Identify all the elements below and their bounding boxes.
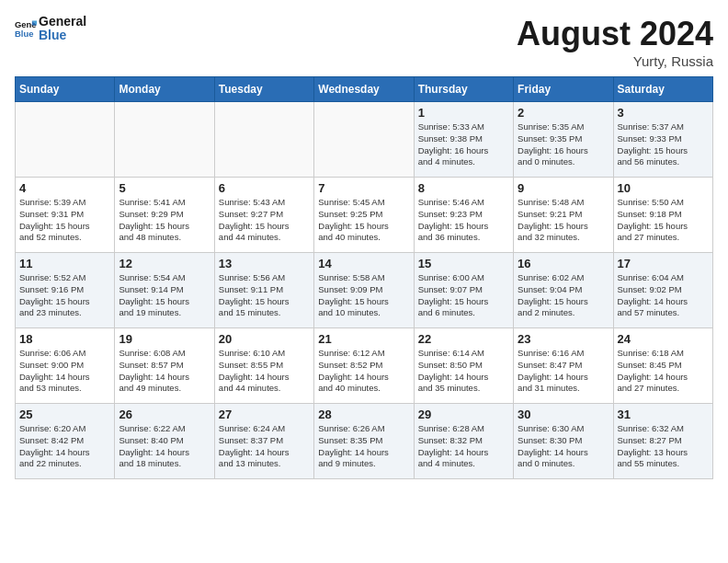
cell-details: Sunrise: 6:10 AMSunset: 8:55 PMDaylight:… (219, 348, 310, 395)
cell-details: Sunrise: 6:26 AMSunset: 8:35 PMDaylight:… (318, 423, 409, 470)
cell-details: Sunrise: 6:08 AMSunset: 8:57 PMDaylight:… (119, 348, 210, 395)
calendar-cell: 14Sunrise: 5:58 AMSunset: 9:09 PMDayligh… (314, 253, 414, 328)
cell-details: Sunrise: 5:43 AMSunset: 9:27 PMDaylight:… (219, 197, 310, 244)
day-number: 19 (119, 332, 210, 346)
calendar-cell: 25Sunrise: 6:20 AMSunset: 8:42 PMDayligh… (16, 404, 115, 479)
calendar-cell: 24Sunrise: 6:18 AMSunset: 8:45 PMDayligh… (613, 328, 712, 404)
svg-text:Blue: Blue (15, 29, 33, 40)
day-number: 5 (119, 181, 210, 195)
day-number: 7 (318, 181, 409, 195)
logo: General Blue General Blue (15, 15, 86, 43)
cell-details: Sunrise: 6:16 AMSunset: 8:47 PMDaylight:… (518, 348, 609, 395)
cell-details: Sunrise: 5:41 AMSunset: 9:29 PMDaylight:… (119, 197, 210, 244)
logo-text: General Blue (39, 15, 86, 43)
calendar-cell: 2Sunrise: 5:35 AMSunset: 9:35 PMDaylight… (514, 102, 613, 178)
calendar-cell (115, 102, 214, 178)
cell-details: Sunrise: 5:50 AMSunset: 9:18 PMDaylight:… (618, 197, 709, 244)
cell-details: Sunrise: 6:32 AMSunset: 8:27 PMDaylight:… (618, 423, 709, 470)
cell-details: Sunrise: 6:00 AMSunset: 9:07 PMDaylight:… (418, 272, 509, 319)
weekday-header-saturday: Saturday (613, 77, 712, 102)
page-header: General Blue General Blue August 2024 Yu… (15, 15, 713, 69)
day-number: 17 (618, 257, 709, 270)
calendar-cell: 30Sunrise: 6:30 AMSunset: 8:30 PMDayligh… (514, 404, 613, 479)
day-number: 28 (318, 408, 409, 421)
cell-details: Sunrise: 6:20 AMSunset: 8:42 PMDaylight:… (19, 423, 110, 470)
calendar-cell: 20Sunrise: 6:10 AMSunset: 8:55 PMDayligh… (214, 328, 313, 404)
cell-details: Sunrise: 6:24 AMSunset: 8:37 PMDaylight:… (219, 423, 310, 470)
weekday-header-friday: Friday (514, 77, 613, 102)
month-year: August 2024 (517, 15, 713, 53)
title-block: August 2024 Yurty, Russia (517, 15, 713, 69)
day-number: 23 (518, 332, 609, 346)
day-number: 6 (219, 181, 310, 195)
location: Yurty, Russia (517, 53, 713, 69)
cell-details: Sunrise: 6:02 AMSunset: 9:04 PMDaylight:… (518, 272, 609, 319)
day-number: 16 (518, 257, 609, 270)
calendar-cell: 27Sunrise: 6:24 AMSunset: 8:37 PMDayligh… (214, 404, 313, 479)
cell-details: Sunrise: 5:39 AMSunset: 9:31 PMDaylight:… (19, 197, 110, 244)
calendar-cell: 26Sunrise: 6:22 AMSunset: 8:40 PMDayligh… (115, 404, 214, 479)
calendar-cell: 12Sunrise: 5:54 AMSunset: 9:14 PMDayligh… (115, 253, 214, 328)
calendar-cell: 17Sunrise: 6:04 AMSunset: 9:02 PMDayligh… (613, 253, 712, 328)
calendar-cell: 29Sunrise: 6:28 AMSunset: 8:32 PMDayligh… (414, 404, 513, 479)
day-number: 13 (219, 257, 310, 270)
day-number: 18 (19, 332, 110, 346)
calendar-cell: 8Sunrise: 5:46 AMSunset: 9:23 PMDaylight… (414, 178, 513, 253)
cell-details: Sunrise: 5:35 AMSunset: 9:35 PMDaylight:… (518, 121, 609, 168)
calendar-cell: 15Sunrise: 6:00 AMSunset: 9:07 PMDayligh… (414, 253, 513, 328)
day-number: 24 (618, 332, 709, 346)
day-number: 8 (418, 181, 509, 195)
calendar-cell (16, 102, 115, 178)
calendar-cell: 10Sunrise: 5:50 AMSunset: 9:18 PMDayligh… (613, 178, 712, 253)
calendar-cell: 1Sunrise: 5:33 AMSunset: 9:38 PMDaylight… (414, 102, 513, 178)
weekday-header-wednesday: Wednesday (314, 77, 414, 102)
calendar-cell: 13Sunrise: 5:56 AMSunset: 9:11 PMDayligh… (214, 253, 313, 328)
calendar-cell: 4Sunrise: 5:39 AMSunset: 9:31 PMDaylight… (16, 178, 115, 253)
logo-icon: General Blue (15, 17, 37, 40)
day-number: 9 (518, 181, 609, 195)
day-number: 15 (418, 257, 509, 270)
calendar-cell (214, 102, 313, 178)
day-number: 2 (518, 106, 609, 120)
day-number: 11 (19, 257, 110, 270)
day-number: 3 (618, 106, 709, 120)
cell-details: Sunrise: 6:06 AMSunset: 9:00 PMDaylight:… (19, 348, 110, 395)
day-number: 21 (318, 332, 409, 346)
calendar-cell: 21Sunrise: 6:12 AMSunset: 8:52 PMDayligh… (314, 328, 414, 404)
calendar-cell: 5Sunrise: 5:41 AMSunset: 9:29 PMDaylight… (115, 178, 214, 253)
calendar-cell: 11Sunrise: 5:52 AMSunset: 9:16 PMDayligh… (16, 253, 115, 328)
cell-details: Sunrise: 5:48 AMSunset: 9:21 PMDaylight:… (518, 197, 609, 244)
calendar-cell: 22Sunrise: 6:14 AMSunset: 8:50 PMDayligh… (414, 328, 513, 404)
cell-details: Sunrise: 6:04 AMSunset: 9:02 PMDaylight:… (618, 272, 709, 319)
calendar-cell: 23Sunrise: 6:16 AMSunset: 8:47 PMDayligh… (514, 328, 613, 404)
cell-details: Sunrise: 6:18 AMSunset: 8:45 PMDaylight:… (618, 348, 709, 395)
cell-details: Sunrise: 5:46 AMSunset: 9:23 PMDaylight:… (418, 197, 509, 244)
cell-details: Sunrise: 6:28 AMSunset: 8:32 PMDaylight:… (418, 423, 509, 470)
calendar-cell: 31Sunrise: 6:32 AMSunset: 8:27 PMDayligh… (613, 404, 712, 479)
day-number: 30 (518, 408, 609, 421)
day-number: 22 (418, 332, 509, 346)
calendar-cell: 16Sunrise: 6:02 AMSunset: 9:04 PMDayligh… (514, 253, 613, 328)
day-number: 29 (418, 408, 509, 421)
weekday-header-monday: Monday (115, 77, 214, 102)
day-number: 25 (19, 408, 110, 421)
cell-details: Sunrise: 5:58 AMSunset: 9:09 PMDaylight:… (318, 272, 409, 319)
weekday-header-tuesday: Tuesday (214, 77, 313, 102)
cell-details: Sunrise: 5:56 AMSunset: 9:11 PMDaylight:… (219, 272, 310, 319)
cell-details: Sunrise: 6:14 AMSunset: 8:50 PMDaylight:… (418, 348, 509, 395)
weekday-header-sunday: Sunday (16, 77, 115, 102)
weekday-header-thursday: Thursday (414, 77, 513, 102)
day-number: 26 (119, 408, 210, 421)
cell-details: Sunrise: 5:52 AMSunset: 9:16 PMDaylight:… (19, 272, 110, 319)
day-number: 1 (418, 106, 509, 120)
day-number: 14 (318, 257, 409, 270)
calendar-cell: 9Sunrise: 5:48 AMSunset: 9:21 PMDaylight… (514, 178, 613, 253)
day-number: 12 (119, 257, 210, 270)
calendar-cell: 3Sunrise: 5:37 AMSunset: 9:33 PMDaylight… (613, 102, 712, 178)
day-number: 10 (618, 181, 709, 195)
calendar-cell (314, 102, 414, 178)
calendar-cell: 19Sunrise: 6:08 AMSunset: 8:57 PMDayligh… (115, 328, 214, 404)
day-number: 20 (219, 332, 310, 346)
cell-details: Sunrise: 5:45 AMSunset: 9:25 PMDaylight:… (318, 197, 409, 244)
calendar-table: SundayMondayTuesdayWednesdayThursdayFrid… (15, 76, 713, 479)
